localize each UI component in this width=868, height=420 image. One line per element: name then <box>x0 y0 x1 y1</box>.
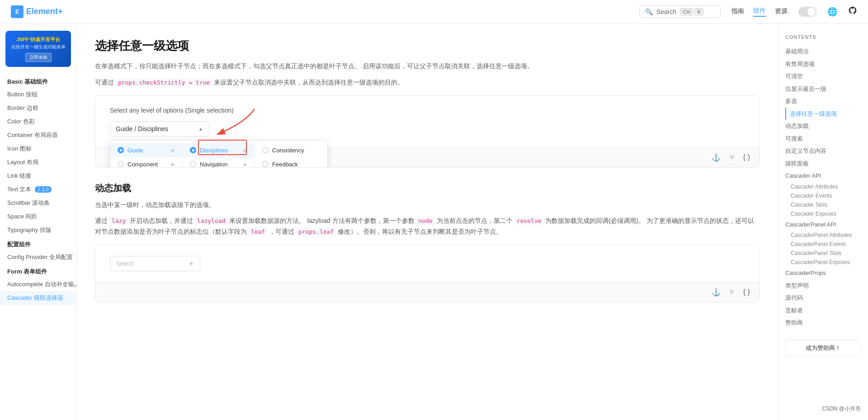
cascader-input[interactable]: Guide / Disciplines ▲ <box>110 121 209 137</box>
sidebar-item-color[interactable]: Color 色彩 <box>0 115 76 128</box>
option-label-feedback: Feedback <box>272 161 320 168</box>
radio-disciplines <box>190 147 196 153</box>
text-badge: 2.3.0 <box>35 186 51 193</box>
toc-item-multiple[interactable]: 多选 <box>785 95 861 108</box>
demo2-fork-btn[interactable]: ⑂ <box>728 287 736 297</box>
toc-sub-panel-slots[interactable]: CascaderPanel Slots <box>785 249 861 258</box>
demo2-copy-btn[interactable]: ⚓ <box>710 287 722 297</box>
dark-mode-toggle[interactable] <box>798 7 816 17</box>
toc-item-cascader-props[interactable]: CascaderProps <box>785 267 861 279</box>
sponsor-button[interactable]: 成为赞助商！ <box>785 340 861 356</box>
csdn-badge: CSDN @小月亮 <box>822 405 861 413</box>
demo1-fork-icon-btn[interactable]: ⑂ <box>728 152 736 163</box>
toc-item-basic[interactable]: 基础用法 <box>785 45 861 58</box>
toc-sub-panel-exposes[interactable]: CascaderPanel Exposes <box>785 258 861 267</box>
section1-desc2: 可通过 props.checkStrictly = true 来设置父子节点取消… <box>95 77 760 88</box>
option-label-disciplines: Disciplines <box>200 147 244 154</box>
cascader-container: Guide / Disciplines ▲ Guide ▶ <box>110 121 745 137</box>
toc-sub-cascader-exposes[interactable]: Cascader Exposes <box>785 209 861 218</box>
demo2-chevron-icon: ▼ <box>188 260 194 267</box>
chevron-up-icon: ▲ <box>198 126 203 132</box>
toc-item-source[interactable]: 源代码 <box>785 292 861 304</box>
demo1-copy-icon-btn[interactable]: ⚓ <box>710 152 722 163</box>
toc-item-panel[interactable]: 级联面板 <box>785 157 861 170</box>
demo-box-1: Select any level of options (Single sele… <box>95 95 760 168</box>
toc-item-contributors[interactable]: 贡献者 <box>785 304 861 317</box>
sidebar-item-space[interactable]: Space 间距 <box>0 210 76 223</box>
demo-area-1: Select any level of options (Single sele… <box>95 96 759 147</box>
cascader-option-consistency[interactable]: Consistency <box>255 143 327 157</box>
demo-area-2: Select ▼ <box>95 245 759 282</box>
toc-item-types[interactable]: 类型声明 <box>785 279 861 292</box>
github-icon[interactable] <box>848 6 857 17</box>
code-lazyload: lazyload <box>195 217 228 225</box>
toc-item-panel-api[interactable]: CascaderPanel API <box>785 218 861 231</box>
language-icon[interactable]: 🌐 <box>827 7 837 17</box>
demo-box-2: Select ▼ ⚓ ⑂ { } <box>95 245 760 302</box>
toc-item-disabled[interactable]: 有禁用选项 <box>785 58 861 71</box>
cascader-col-3: Consistency Feedback Efficiency <box>255 141 327 168</box>
cascader-option-feedback[interactable]: Feedback <box>255 157 327 168</box>
toc-sub-panel-attrs[interactable]: CascaderPanel Attributes <box>785 231 861 240</box>
toc-sub-cascader-events[interactable]: Cascader Events <box>785 191 861 200</box>
toc-item-last-level[interactable]: 仅显示最后一级 <box>785 83 861 95</box>
code-snippet: props.checkStrictly = true <box>116 79 212 86</box>
cascader-option-disciplines[interactable]: Disciplines ▶ <box>183 143 255 157</box>
code-propsleaf: props.leaf <box>296 228 336 236</box>
banner-sub: 在线开发一键生成功能表单 <box>11 44 66 50</box>
toggle-button[interactable] <box>798 7 816 17</box>
toc-item-any-level[interactable]: 选择任意一级选项 <box>785 108 861 120</box>
sidebar-item-link[interactable]: Link 链接 <box>0 169 76 183</box>
sidebar-item-cascader[interactable]: Cascader 级联选择器 <box>0 291 76 305</box>
toc-item-cascader-api[interactable]: Cascader API <box>785 170 861 182</box>
sidebar-item-icon[interactable]: Icon 图标 <box>0 142 76 156</box>
sidebar-item-typography[interactable]: Typography 排版 <box>0 223 76 237</box>
sidebar-item-text[interactable]: Text 文本 2.3.0 <box>0 183 76 196</box>
sidebar-item-border[interactable]: Border 边框 <box>0 101 76 115</box>
toc-item-clearable[interactable]: 可清空 <box>785 70 861 83</box>
code-lazy: lazy <box>109 217 128 225</box>
logo[interactable]: E Element+ <box>11 5 63 18</box>
demo1-code-icon-btn[interactable]: { } <box>741 152 752 163</box>
sidebar-item-scrollbar[interactable]: Scrollbar 滚动条 <box>0 196 76 210</box>
logo-text: Element+ <box>26 7 63 16</box>
cascader-option-guide[interactable]: Guide ▶ <box>110 143 182 157</box>
sidebar-item-autocomplete[interactable]: Autocomplete 自动补全输入框 <box>0 278 76 291</box>
sidebar-item-button[interactable]: Button 按钮 <box>0 88 76 101</box>
demo2-select-input[interactable]: Select ▼ <box>110 256 200 271</box>
app-body: JNPF·快速开发平台 在线开发一键生成功能表单 立即体验 Basic 基础组件… <box>0 24 868 420</box>
nav-link-guide[interactable]: 指南 <box>731 7 744 16</box>
demo2-code-btn[interactable]: { } <box>741 287 752 297</box>
toc-sub-cascader-slots[interactable]: Cascader Slots <box>785 200 861 209</box>
toc-sub-cascader-attrs[interactable]: Cascader Attributes <box>785 182 861 191</box>
toc-item-dynamic[interactable]: 动态加载 <box>785 120 861 132</box>
search-icon: 🔍 <box>645 8 653 15</box>
toc-item-sponsors[interactable]: 赞助商 <box>785 316 861 329</box>
sidebar-item-layout[interactable]: Layout 布局 <box>0 156 76 169</box>
sidebar-item-config-provider[interactable]: Config Provider 全局配置 <box>0 250 76 264</box>
nav-link-component[interactable]: 组件 <box>753 7 766 17</box>
search-bar[interactable]: 🔍 Search Ctrl K <box>639 5 721 18</box>
code-leaf: leaf <box>249 228 267 236</box>
option-label-consistency: Consistency <box>272 147 320 154</box>
toc-item-searchable[interactable]: 可搜索 <box>785 132 861 145</box>
toc-sub-panel-events[interactable]: CascaderPanel Events <box>785 240 861 249</box>
radio-component <box>118 161 124 167</box>
cascader-col-2: Disciplines ▶ Navigation ▶ <box>183 141 255 168</box>
nav-link-resource[interactable]: 资源 <box>775 7 788 16</box>
demo2-placeholder: Select <box>116 260 133 267</box>
cascader-value: Guide / Disciplines <box>116 125 168 132</box>
sidebar-banner[interactable]: JNPF·快速开发平台 在线开发一键生成功能表单 立即体验 <box>5 31 71 67</box>
right-sidebar: CONTENTS 基础用法 有禁用选项 可清空 仅显示最后一级 多选 选择任意一… <box>778 24 868 420</box>
banner-button[interactable]: 立即体验 <box>25 53 52 62</box>
sidebar-item-container[interactable]: Container 布局容器 <box>0 128 76 142</box>
nav-links: 指南 组件 资源 <box>731 7 788 17</box>
kbd-ctrl: Ctrl <box>680 8 693 15</box>
section-title-form: Form 表单组件 <box>0 264 76 278</box>
cascader-option-component[interactable]: Component ▶ <box>110 157 182 168</box>
code-node: node <box>416 217 435 225</box>
page-title: 选择任意一级选项 <box>95 38 760 54</box>
option-label-navigation: Navigation <box>200 161 244 168</box>
cascader-option-navigation[interactable]: Navigation ▶ <box>183 157 255 168</box>
toc-item-custom-node[interactable]: 自定义节点内容 <box>785 145 861 157</box>
